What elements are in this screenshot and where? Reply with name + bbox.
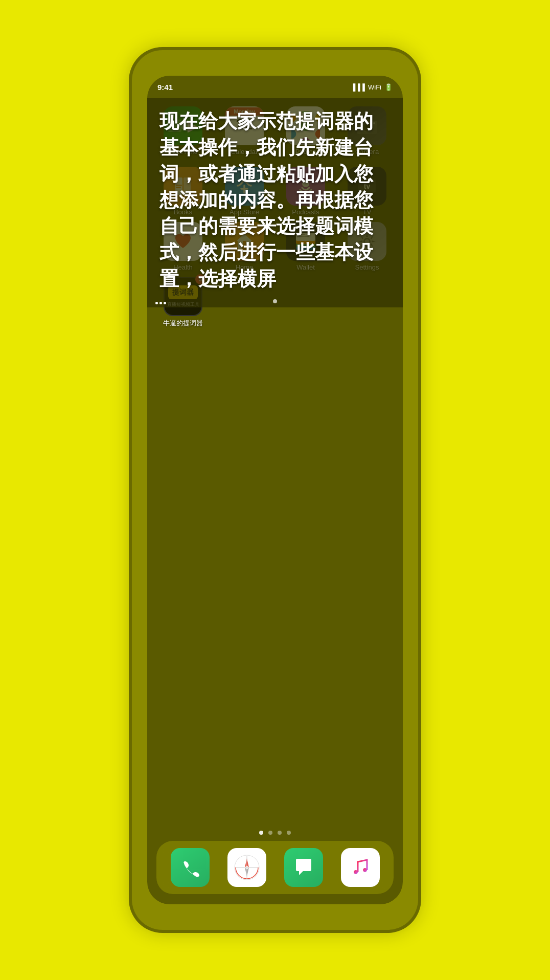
page-dot-2[interactable] — [268, 831, 272, 835]
page-dots — [147, 822, 403, 841]
dock-music[interactable] — [335, 848, 386, 887]
phone-frame: 9:41 ▐▐▐ WiFi 🔋 FaceTime — [132, 50, 418, 930]
page-dot-4[interactable] — [287, 831, 291, 835]
dock — [156, 841, 394, 894]
app-grid: FaceTime Monday 22 Calendar — [147, 98, 403, 822]
battery-icon: 🔋 — [384, 83, 393, 91]
dock-safari[interactable] — [221, 848, 272, 887]
safari-icon[interactable] — [227, 848, 266, 887]
dock-phone[interactable] — [165, 848, 216, 887]
music-icon[interactable] — [341, 848, 380, 887]
teleprompter-overlay: 现在给大家示范提词器的基本操作，我们先新建台词，或者通过粘贴加入您想添加的内容。… — [147, 98, 403, 307]
teleprompter-text: 现在给大家示范提词器的基本操作，我们先新建台词，或者通过粘贴加入您想添加的内容。… — [159, 108, 391, 292]
phone-screen: 9:41 ▐▐▐ WiFi 🔋 FaceTime — [147, 76, 403, 904]
record-indicator — [273, 299, 277, 303]
dock-messages[interactable] — [278, 848, 329, 887]
status-icons: ▐▐▐ WiFi 🔋 — [351, 83, 393, 91]
wifi-icon: WiFi — [368, 83, 381, 91]
teleprompter-label: 牛逼的提词器 — [163, 319, 203, 328]
status-time: 9:41 — [157, 83, 173, 92]
three-dots — [155, 302, 166, 304]
status-bar: 9:41 ▐▐▐ WiFi 🔋 — [147, 76, 403, 98]
page-dot-1[interactable] — [259, 831, 263, 835]
phone-icon[interactable] — [171, 848, 210, 887]
page-dot-3[interactable] — [278, 831, 282, 835]
signal-icon: ▐▐▐ — [351, 83, 365, 91]
messages-icon[interactable] — [284, 848, 323, 887]
